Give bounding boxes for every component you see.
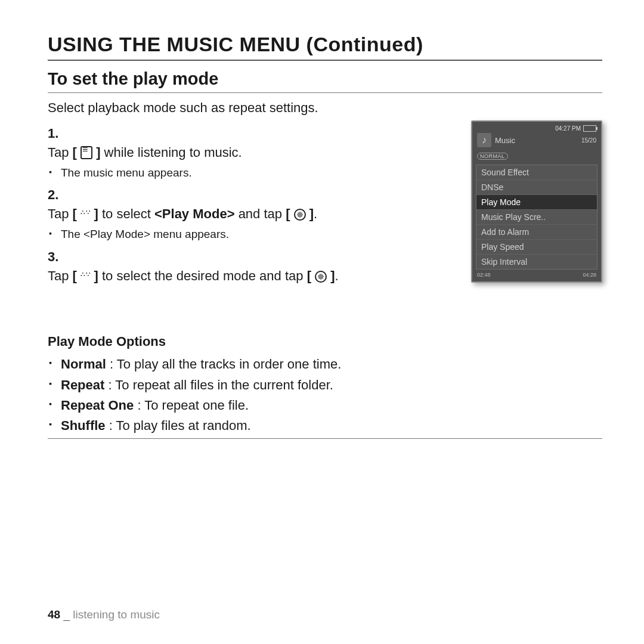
step-number: 1. [48, 124, 64, 143]
up-down-icon: ∴ ∵ [80, 209, 90, 216]
step-text: and tap [235, 206, 286, 221]
step-text: . [335, 268, 339, 283]
step-text: . [314, 206, 317, 221]
step-text: Tap [48, 206, 73, 221]
device-menu-item-selected: Play Mode [476, 194, 597, 209]
step-text: Tap [48, 145, 73, 160]
device-menu-item: DNSe [476, 179, 597, 194]
page-number: 48 [48, 608, 60, 621]
device-menu-item: Play Speed [476, 239, 597, 254]
device-header: ♪ Music 15/20 [476, 132, 597, 151]
device-menu: Sound Effect DNSe Play Mode Music Play S… [476, 165, 597, 270]
step-2: 2. Tap [ ∴ ∵ ] to select <Play Mode> and… [48, 185, 453, 242]
device-clock: 04:27 PM [555, 125, 581, 132]
option-name: Repeat One [61, 398, 134, 413]
device-status-bar: 04:27 PM [476, 125, 597, 132]
options-list: Normal : To play all the tracks in order… [48, 354, 602, 435]
page-title: USING THE MUSIC MENU (Continued) [48, 33, 602, 56]
page-footer: 48 _ listening to music [48, 608, 160, 621]
step-number: 3. [48, 247, 64, 267]
option-repeat-one: Repeat One : To repeat one file. [48, 395, 602, 416]
ok-icon [315, 271, 327, 283]
play-mode-ref: <Play Mode> [154, 206, 235, 221]
step-1: 1. Tap [ ] while listening to music. The… [48, 124, 453, 181]
device-time-total: 04:28 [583, 272, 596, 278]
divider [48, 60, 602, 61]
steps-list: 1. Tap [ ] while listening to music. The… [48, 124, 453, 290]
ok-icon [294, 209, 306, 221]
divider [48, 92, 602, 93]
device-header-title: Music [495, 136, 515, 145]
divider [48, 438, 602, 439]
step-text: while listening to music. [101, 145, 242, 160]
step-3: 3. Tap [ ∴ ∵ ] to select the desired mod… [48, 247, 453, 286]
music-note-icon: ♪ [477, 133, 491, 147]
option-shuffle: Shuffle : To play files at random. [48, 416, 602, 436]
options-title: Play Mode Options [48, 334, 602, 349]
footer-separator: _ [63, 608, 70, 621]
step-text: to select the desired mode and tap [98, 268, 307, 283]
option-repeat: Repeat : To repeat all files in the curr… [48, 375, 602, 395]
device-menu-item: Skip Interval [476, 254, 597, 269]
up-down-icon: ∴ ∵ [80, 271, 90, 278]
section-title: To set the play mode [48, 69, 602, 89]
option-name: Repeat [61, 377, 104, 392]
option-desc: : To play files at random. [106, 418, 251, 433]
step-text: Tap [48, 268, 73, 283]
step-number: 2. [48, 185, 64, 205]
battery-icon [583, 125, 596, 132]
option-normal: Normal : To play all the tracks in order… [48, 354, 602, 374]
step-sub: The <Play Mode> menu appears. [48, 226, 433, 243]
step-text: to select [98, 206, 154, 221]
option-name: Normal [61, 357, 106, 371]
device-screenshot: 04:27 PM ♪ Music 15/20 NORMAL Sound Effe… [471, 120, 602, 283]
device-time-elapsed: 02:48 [477, 272, 491, 278]
device-menu-item: Add to Alarm [476, 224, 597, 239]
option-desc: : To repeat all files in the current fol… [104, 377, 333, 392]
footer-chapter: listening to music [73, 608, 160, 621]
device-menu-item: Music Play Scre.. [476, 209, 597, 224]
option-name: Shuffle [61, 418, 106, 433]
option-desc: : To repeat one file. [134, 398, 249, 413]
device-menu-item: Sound Effect [476, 165, 597, 179]
device-mode-badge: NORMAL [477, 153, 508, 160]
device-track-count: 15/20 [581, 137, 596, 144]
step-sub: The music menu appears. [48, 165, 433, 181]
option-desc: : To play all the tracks in order one ti… [106, 357, 342, 371]
menu-icon [80, 146, 92, 159]
intro-text: Select playback mode such as repeat sett… [48, 100, 602, 116]
device-time-bar: 02:48 04:28 [476, 270, 597, 278]
